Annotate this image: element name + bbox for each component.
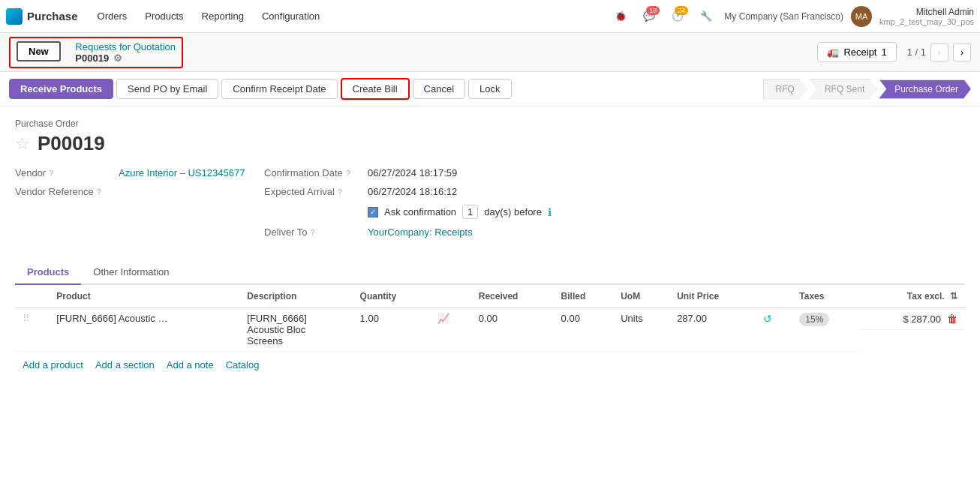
nav-reporting[interactable]: Reporting xyxy=(194,6,251,26)
create-bill-button[interactable]: Create Bill xyxy=(341,78,410,100)
exp-arrival-help-icon[interactable]: ? xyxy=(338,188,342,196)
th-unit-price: Unit Price xyxy=(669,285,756,308)
confirmation-date-row: Confirmation Date ? 06/27/2024 18:17:59 xyxy=(264,167,965,178)
desc-line2: Acoustic Bloc xyxy=(247,324,305,335)
products-table: Product Description Quantity Received Bi… xyxy=(15,285,965,352)
expected-arrival-row: Expected Arrival ? 06/27/2024 18:16:12 xyxy=(264,186,965,197)
delete-row-icon[interactable]: 🗑 xyxy=(947,313,957,325)
ask-confirmation-days[interactable]: 1 xyxy=(462,205,478,219)
product-cell[interactable]: [FURN_6666] Acoustic … xyxy=(49,308,239,352)
reset-price-cell[interactable]: ↺ xyxy=(756,308,792,352)
deliver-to-label: Deliver To ? xyxy=(264,226,362,238)
nav-orders[interactable]: Orders xyxy=(90,6,135,26)
qty-chart-cell[interactable]: 📈 xyxy=(430,308,470,352)
th-taxes: Taxes xyxy=(792,285,860,308)
receipt-button[interactable]: 🚛 Receipt 1 xyxy=(817,42,896,62)
desc-line3: Screens xyxy=(247,335,283,346)
vendor-ref-help-icon[interactable]: ? xyxy=(97,188,101,196)
status-purchase-order[interactable]: Purchase Order xyxy=(879,80,971,99)
deliver-to-value[interactable]: YourCompany: Receipts xyxy=(368,226,473,238)
bug-icon[interactable]: 🐞 xyxy=(610,6,631,27)
status-rfq-label: RFQ xyxy=(776,84,795,94)
vendor-ref-label-text: Vendor Reference xyxy=(15,186,94,197)
avatar[interactable]: MA xyxy=(851,6,872,27)
tab-other-information[interactable]: Other Information xyxy=(81,260,181,285)
col-uom-label: UoM xyxy=(621,291,640,302)
add-section-link[interactable]: Add a section xyxy=(95,359,155,370)
company-name: My Company (San Francisco) xyxy=(724,11,843,22)
pagination: 1 / 1 ‹ › xyxy=(907,44,971,62)
received-cell: 0.00 xyxy=(471,308,554,352)
new-button[interactable]: New xyxy=(17,41,61,62)
form-right: Confirmation Date ? 06/27/2024 18:17:59 … xyxy=(264,167,965,245)
billed-cell: 0.00 xyxy=(554,308,614,352)
reset-price-icon[interactable]: ↺ xyxy=(763,313,772,325)
confirmation-date-label: Confirmation Date ? xyxy=(264,167,362,178)
status-rfq[interactable]: RFQ xyxy=(763,80,807,99)
th-tax-excl: Tax excl. ⇅ xyxy=(860,285,965,308)
col-settings-icon[interactable]: ⇅ xyxy=(950,291,957,302)
form-left: Vendor ? Azure Interior – US12345677 Ven… xyxy=(15,167,255,245)
col-price-label: Unit Price xyxy=(677,291,719,302)
favorite-star-icon[interactable]: ☆ xyxy=(15,134,30,154)
top-nav: Purchase Orders Products Reporting Confi… xyxy=(0,0,980,33)
nav-configuration[interactable]: Configuration xyxy=(254,6,327,26)
drag-handle-cell[interactable]: ⠿ xyxy=(15,308,49,352)
receive-products-button[interactable]: Receive Products xyxy=(9,79,113,99)
expected-arrival-label: Expected Arrival ? xyxy=(264,186,362,197)
send-po-email-button[interactable]: Send PO by Email xyxy=(116,79,218,99)
breadcrumb-path: Requests for Quotation P00019 ⚙ xyxy=(75,41,176,64)
uom-value: Units xyxy=(621,313,643,324)
next-page-button[interactable]: › xyxy=(953,44,971,62)
conf-date-help-icon[interactable]: ? xyxy=(346,169,350,178)
brand-label: Purchase xyxy=(27,10,78,22)
quantity-cell[interactable]: 1.00 xyxy=(353,308,431,352)
th-qty-icon xyxy=(430,285,470,308)
clock-icon[interactable]: 🕐 24 xyxy=(667,6,688,27)
add-note-link[interactable]: Add a note xyxy=(167,359,214,370)
deliver-to-row: Deliver To ? YourCompany: Receipts xyxy=(264,226,965,238)
cancel-button[interactable]: Cancel xyxy=(413,79,465,99)
chart-icon[interactable]: 📈 xyxy=(437,313,449,324)
gear-settings-icon[interactable]: ⚙ xyxy=(113,52,122,64)
unit-price-value: 287.00 xyxy=(677,313,707,324)
ask-confirmation-label: Ask confirmation xyxy=(384,206,456,218)
breadcrumb-bar: New Requests for Quotation P00019 ⚙ 🚛 Re… xyxy=(0,33,980,72)
tab-products[interactable]: Products xyxy=(15,260,81,285)
taxes-cell[interactable]: 15% xyxy=(792,308,860,352)
info-icon[interactable]: ℹ xyxy=(548,206,552,218)
receipt-count: 1 xyxy=(881,46,886,58)
lock-button[interactable]: Lock xyxy=(468,79,511,99)
th-drag xyxy=(15,285,49,308)
unit-price-cell[interactable]: 287.00 xyxy=(669,308,756,352)
nav-links: Orders Products Reporting Configuration xyxy=(90,6,328,26)
catalog-link[interactable]: Catalog xyxy=(226,359,260,370)
brand-logo[interactable]: Purchase xyxy=(6,8,78,25)
status-rfq-sent-label: RFQ Sent xyxy=(825,84,864,94)
nav-products[interactable]: Products xyxy=(137,6,191,26)
receipt-label: Receipt xyxy=(843,46,876,58)
col-product-label: Product xyxy=(56,291,90,302)
prev-page-button[interactable]: ‹ xyxy=(930,44,948,62)
table-header-row: Product Description Quantity Received Bi… xyxy=(15,285,965,308)
vendor-value[interactable]: Azure Interior – US12345677 xyxy=(119,167,245,178)
ask-confirmation-suffix: day(s) before xyxy=(484,206,542,218)
vendor-help-icon[interactable]: ? xyxy=(49,169,53,178)
breadcrumb-rfq[interactable]: Requests for Quotation xyxy=(75,41,176,52)
col-billed-label: Billed xyxy=(561,291,586,302)
chat-icon[interactable]: 💬 18 xyxy=(639,6,660,27)
main-content: Purchase Order ☆ P00019 Vendor ? Azure I… xyxy=(0,106,980,492)
add-product-link[interactable]: Add a product xyxy=(23,359,83,370)
deliver-to-help-icon[interactable]: ? xyxy=(311,228,315,237)
received-value: 0.00 xyxy=(479,313,498,324)
ask-confirmation-checkbox[interactable]: ✓ xyxy=(368,207,378,218)
drag-handle-icon[interactable]: ⠿ xyxy=(23,313,30,324)
wrench-icon[interactable]: 🔧 xyxy=(696,6,717,27)
vendor-ref-label: Vendor Reference ? xyxy=(15,186,113,197)
col-desc-label: Description xyxy=(247,291,296,302)
description-cell[interactable]: [FURN_6666] Acoustic Bloc Screens xyxy=(239,308,352,352)
tab-other-info-label: Other Information xyxy=(93,266,169,278)
confirm-receipt-date-button[interactable]: Confirm Receipt Date xyxy=(221,79,337,99)
uom-cell[interactable]: Units xyxy=(613,308,669,352)
status-rfq-sent[interactable]: RFQ Sent xyxy=(809,80,877,99)
